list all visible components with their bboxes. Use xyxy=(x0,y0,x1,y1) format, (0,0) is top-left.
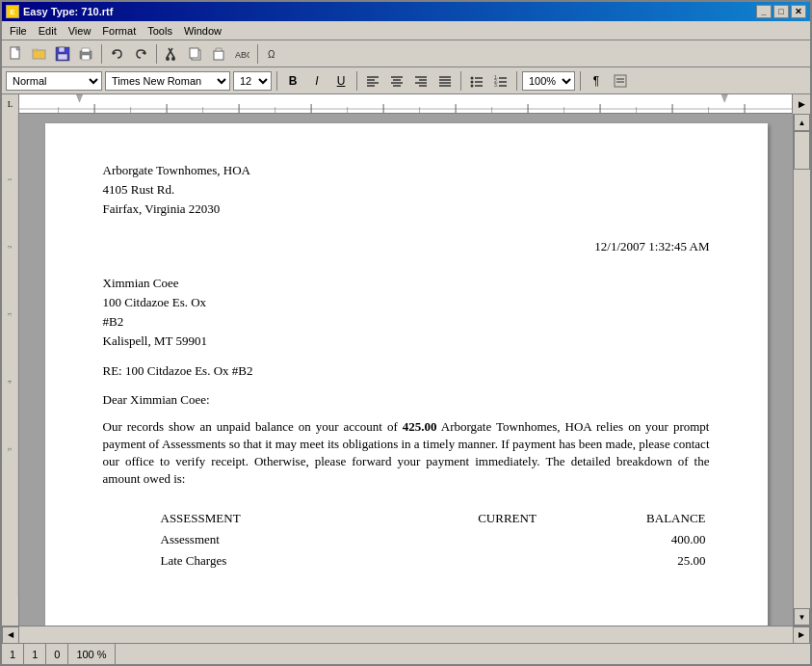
balance-assessment: 400.00 xyxy=(575,529,710,550)
page-label: 1 xyxy=(10,649,15,660)
scroll-thumb[interactable] xyxy=(794,131,810,170)
print-button[interactable] xyxy=(75,43,96,65)
svg-rect-18 xyxy=(216,48,222,51)
col-label: 0 xyxy=(54,649,60,660)
menu-file[interactable]: File xyxy=(4,23,33,39)
svg-point-41 xyxy=(471,84,474,87)
current-assessment xyxy=(440,529,575,550)
size-select[interactable]: 12 xyxy=(233,71,272,91)
vertical-scrollbar: ▲ ▼ xyxy=(793,114,810,626)
left-ruler: 1 2 3 4 5 xyxy=(2,114,19,626)
italic-button[interactable]: I xyxy=(306,70,327,92)
balance-amount: 425.00 xyxy=(403,419,437,434)
recipient-address3: Kalispell, MT 59901 xyxy=(103,333,710,350)
scroll-track[interactable] xyxy=(794,131,810,608)
current-late-charges xyxy=(440,550,575,572)
zoom-select[interactable]: 100% xyxy=(522,71,575,91)
maximize-button[interactable]: □ xyxy=(773,5,789,18)
menu-view[interactable]: View xyxy=(63,23,97,39)
sender-address1: 4105 Rust Rd. xyxy=(103,181,710,199)
font-select[interactable]: Times New Roman xyxy=(105,71,230,91)
content-area[interactable]: Arborgate Townhomes, HOA 4105 Rust Rd. F… xyxy=(19,114,793,626)
spellcheck-button[interactable]: ABC xyxy=(231,43,252,65)
undo-button[interactable] xyxy=(107,43,128,65)
balance-late-charges: 25.00 xyxy=(575,550,710,572)
assessment-table: ASSESSMENT CURRENT BALANCE Assessment 40… xyxy=(103,508,710,573)
svg-text:ABC: ABC xyxy=(235,50,249,60)
save-button[interactable] xyxy=(52,43,73,65)
numbered-list-button[interactable]: 1.2.3. xyxy=(490,70,511,92)
style-select[interactable]: Normal xyxy=(6,71,102,91)
svg-rect-4 xyxy=(59,47,65,52)
document-page: Arborgate Townhomes, HOA 4105 Rust Rd. F… xyxy=(45,123,768,626)
open-button[interactable] xyxy=(29,43,50,65)
h-scroll-track[interactable] xyxy=(19,626,793,643)
svg-point-13 xyxy=(166,57,170,61)
svg-rect-49 xyxy=(615,75,626,87)
special-button[interactable]: Ω xyxy=(263,43,284,65)
svg-rect-16 xyxy=(190,48,198,58)
zoom-label: 100 % xyxy=(76,649,106,660)
menu-edit[interactable]: Edit xyxy=(33,23,63,39)
svg-rect-2 xyxy=(33,49,38,51)
paragraph-mark-button[interactable]: ¶ xyxy=(586,70,607,92)
ruler-left-btn[interactable]: L xyxy=(2,94,19,114)
table-header-row: ASSESSMENT CURRENT BALANCE xyxy=(103,508,710,529)
toolbar: ABC Ω xyxy=(2,40,810,67)
menu-format[interactable]: Format xyxy=(96,23,142,39)
scroll-up-button[interactable]: ▲ xyxy=(794,114,810,131)
minimize-button[interactable]: _ xyxy=(756,5,772,18)
justify-button[interactable] xyxy=(434,70,456,92)
new-button[interactable] xyxy=(6,43,27,65)
svg-text:Ω: Ω xyxy=(268,49,275,60)
ruler-container: L xyxy=(2,94,810,114)
svg-point-39 xyxy=(471,80,474,83)
scroll-right-button[interactable]: ▶ xyxy=(793,626,810,644)
align-right-button[interactable] xyxy=(410,70,432,92)
col2-header: CURRENT xyxy=(440,508,575,529)
paste-button[interactable] xyxy=(208,43,229,65)
svg-text:3: 3 xyxy=(6,312,13,316)
redo-button[interactable] xyxy=(130,43,151,65)
underline-button[interactable]: U xyxy=(330,70,352,92)
section-status: 1 xyxy=(24,644,46,664)
svg-text:4: 4 xyxy=(6,380,13,384)
ruler-right-btn[interactable]: ▶ xyxy=(793,94,810,114)
format-extra-button[interactable] xyxy=(610,70,631,92)
svg-marker-9 xyxy=(113,51,117,55)
col-status: 0 xyxy=(46,644,68,664)
svg-marker-73 xyxy=(76,94,82,102)
toolbar-sep-1 xyxy=(101,44,102,64)
copy-button[interactable] xyxy=(185,43,206,65)
section-label: 1 xyxy=(32,649,38,660)
svg-rect-17 xyxy=(214,51,223,60)
format-sep-2 xyxy=(356,71,357,91)
menu-bar: File Edit View Format Tools Window xyxy=(2,21,810,40)
sender-name: Arborgate Townhomes, HOA xyxy=(103,162,710,179)
align-center-button[interactable] xyxy=(386,70,407,92)
svg-text:1: 1 xyxy=(6,177,13,181)
cut-button[interactable] xyxy=(162,43,183,65)
main-window: E Easy Type: 710.rtf _ □ ✕ File Edit Vie… xyxy=(0,0,812,666)
sender-address2: Fairfax, Virginia 22030 xyxy=(103,200,710,218)
menu-window[interactable]: Window xyxy=(178,23,227,39)
svg-rect-1 xyxy=(33,50,45,59)
window-title: Easy Type: 710.rtf xyxy=(23,6,113,17)
bold-button[interactable]: B xyxy=(282,70,303,92)
ruler xyxy=(19,94,793,113)
main-area: 1 2 3 4 5 Arborgate Townhomes, HOA 4105 … xyxy=(2,114,810,626)
zoom-status: 100 % xyxy=(68,644,115,664)
status-bar: 1 1 0 100 % xyxy=(2,643,810,664)
svg-rect-8 xyxy=(82,55,90,60)
col1-header: ASSESSMENT xyxy=(103,508,440,529)
scroll-left-button[interactable]: ◀ xyxy=(2,626,19,644)
format-sep-4 xyxy=(516,71,517,91)
recipient-address2: #B2 xyxy=(103,313,710,331)
scroll-down-button[interactable]: ▼ xyxy=(794,608,810,626)
bullet-list-button[interactable] xyxy=(466,70,487,92)
title-bar-controls: _ □ ✕ xyxy=(756,5,806,18)
close-button[interactable]: ✕ xyxy=(791,5,806,18)
menu-tools[interactable]: Tools xyxy=(142,23,178,39)
align-left-button[interactable] xyxy=(362,70,383,92)
svg-text:5: 5 xyxy=(6,447,13,451)
